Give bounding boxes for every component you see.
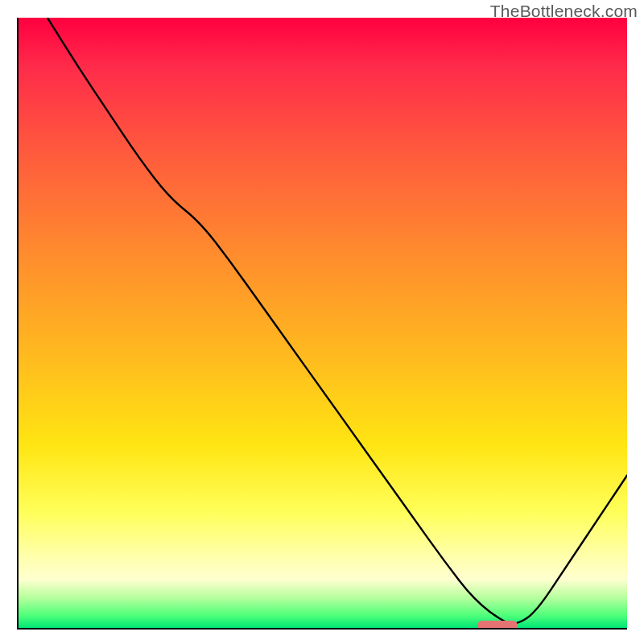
x-axis xyxy=(17,628,627,630)
optimal-range-marker xyxy=(477,621,517,628)
bottleneck-curve xyxy=(17,18,627,628)
plot-area xyxy=(17,18,627,628)
y-axis xyxy=(17,18,19,628)
chart-container: TheBottleneck.com xyxy=(0,0,644,644)
